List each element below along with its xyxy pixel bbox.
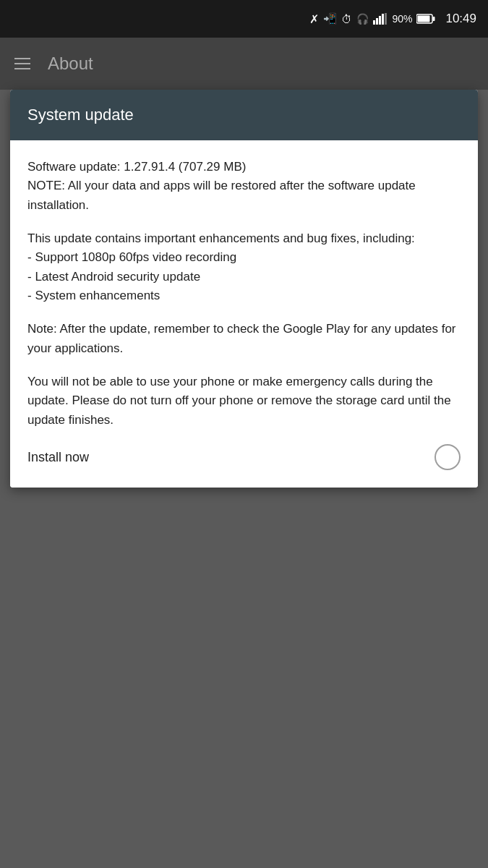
dialog-title: System update (27, 106, 134, 124)
update-info-paragraph: Software update: 1.27.91.4 (707.29 MB)NO… (27, 158, 461, 215)
signal-icon (373, 13, 388, 25)
battery-percent: 90% (392, 13, 412, 25)
bluetooth-icon: ✗ (309, 12, 319, 26)
svg-rect-0 (373, 20, 375, 25)
system-update-dialog: System update Software update: 1.27.91.4… (10, 90, 478, 488)
svg-rect-1 (376, 18, 378, 25)
status-bar: ✗ 📲 ⏱ 🎧 90% 10:49 (0, 0, 488, 38)
svg-rect-7 (418, 16, 430, 22)
status-time: 10:49 (445, 12, 476, 26)
svg-rect-4 (385, 13, 387, 25)
svg-rect-2 (379, 16, 381, 25)
dialog-header: System update (10, 90, 478, 140)
battery-icon (416, 14, 435, 24)
google-play-note-paragraph: Note: After the update, remember to chec… (27, 320, 461, 358)
update-features-paragraph: This update contains important enhanceme… (27, 229, 461, 305)
install-radio-button[interactable] (435, 444, 461, 470)
alarm-icon: ⏱ (341, 13, 352, 25)
menu-icon[interactable] (14, 58, 30, 69)
page-title: About (48, 54, 93, 74)
svg-rect-6 (433, 17, 435, 21)
warning-paragraph: You will not be able to use your phone o… (27, 373, 461, 430)
dialog-footer: Install now (10, 430, 478, 488)
status-icons: ✗ 📲 ⏱ 🎧 90% 10:49 (309, 12, 476, 26)
headset-icon: 🎧 (356, 13, 369, 25)
app-bar: About (0, 38, 488, 90)
svg-rect-3 (382, 14, 384, 25)
vibrate-icon: 📲 (323, 12, 337, 25)
dialog-body: Software update: 1.27.91.4 (707.29 MB)NO… (10, 140, 478, 430)
install-now-button[interactable]: Install now (27, 450, 89, 465)
